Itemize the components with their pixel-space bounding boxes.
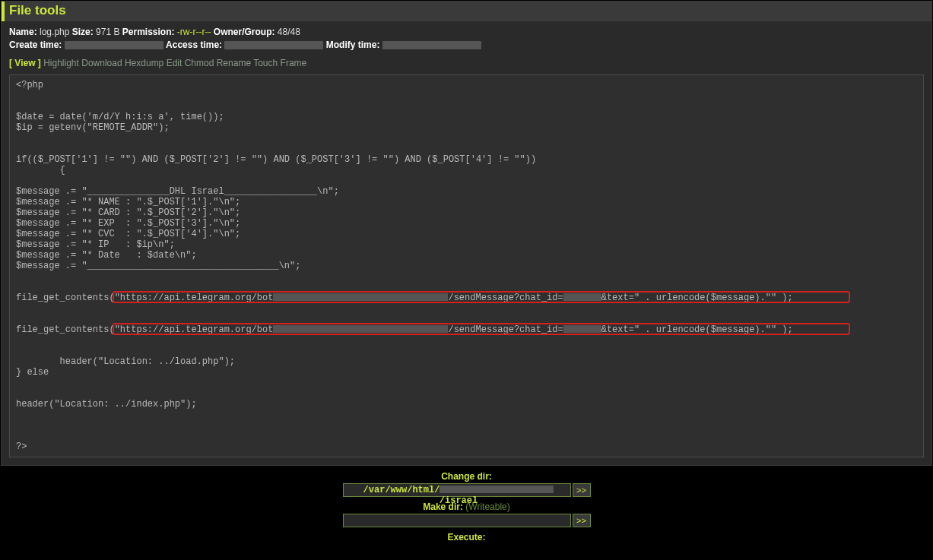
- code-viewer: <?php $date = date('m/d/Y h:i:s a', time…: [9, 74, 924, 457]
- file-contents: <?php $date = date('m/d/Y h:i:s a', time…: [16, 80, 917, 452]
- create-time-value: [65, 41, 163, 49]
- view-action[interactable]: View: [14, 58, 35, 68]
- modify-time-label: Modify time:: [326, 40, 380, 50]
- owner-label: Owner/Group:: [214, 27, 275, 37]
- touch-action[interactable]: Touch: [253, 58, 278, 68]
- permission-value: -rw-r--r--: [177, 27, 211, 37]
- change-dir-go-button[interactable]: >>: [573, 483, 591, 497]
- download-action[interactable]: Download: [81, 58, 122, 68]
- writeable-indicator: (Writeable): [465, 501, 509, 512]
- name-label: Name:: [9, 27, 37, 37]
- access-time-value: [224, 41, 323, 49]
- file-meta: Name: log.php Size: 971 B Permission: -r…: [2, 21, 931, 55]
- size-value: 971 B: [96, 27, 119, 37]
- chmod-action[interactable]: Chmod: [185, 58, 214, 68]
- rename-action[interactable]: Rename: [217, 58, 251, 68]
- make-dir-input[interactable]: [343, 514, 571, 527]
- make-dir-go-button[interactable]: >>: [573, 514, 591, 527]
- view-action-bracket: [ View ]: [9, 58, 41, 68]
- access-time-label: Access time:: [166, 40, 222, 50]
- highlight-action[interactable]: Highlight: [43, 58, 79, 68]
- make-dir-label: Make dir:: [423, 501, 463, 512]
- size-label: Size:: [72, 27, 94, 37]
- file-actions: [ View ] Highlight Download Hexdump Edit…: [2, 55, 931, 73]
- edit-action[interactable]: Edit: [167, 58, 182, 68]
- execute-label: Execute:: [0, 532, 933, 543]
- panel-title: File tools: [2, 2, 931, 21]
- hexdump-action[interactable]: Hexdump: [125, 58, 163, 68]
- change-dir-input[interactable]: [343, 483, 571, 497]
- frame-action[interactable]: Frame: [281, 58, 307, 68]
- modify-time-value: [382, 41, 481, 49]
- create-time-label: Create time:: [9, 40, 62, 50]
- name-value: log.php: [40, 27, 69, 37]
- change-dir-label: Change dir:: [0, 471, 933, 482]
- owner-value: 48/48: [278, 27, 300, 37]
- permission-label: Permission:: [122, 27, 175, 37]
- footer-controls: Change dir: /var/www/html//israel >> Mak…: [0, 467, 933, 546]
